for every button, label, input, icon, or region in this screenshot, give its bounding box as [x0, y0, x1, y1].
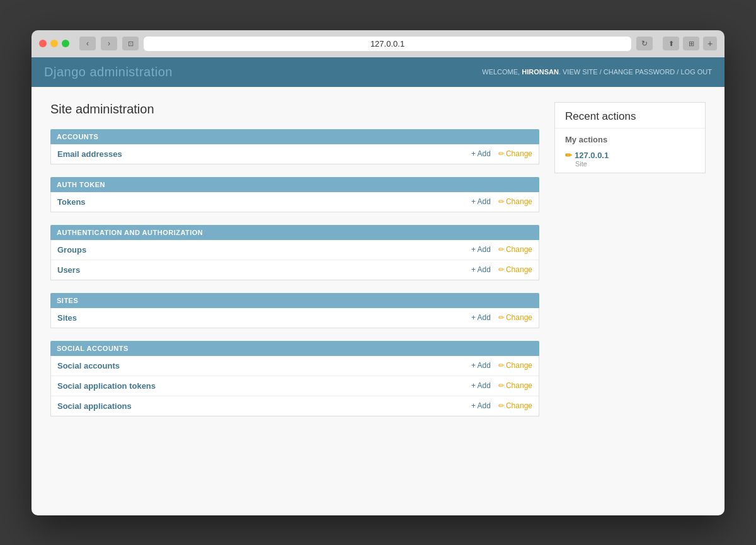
- pencil-icon: ✏: [498, 149, 505, 158]
- add-link[interactable]: Add: [471, 381, 491, 390]
- pencil-action-icon: ✏: [565, 151, 572, 160]
- sidebar: Recent actions My actions ✏ 127.0.0.1Sit…: [554, 102, 706, 500]
- recent-action-type: Site: [575, 160, 695, 168]
- change-link[interactable]: ✏Change: [498, 265, 532, 274]
- view-site-link[interactable]: VIEW SITE: [563, 68, 598, 76]
- pencil-icon: ✏: [498, 265, 505, 274]
- sections-container: ACCOUNTSEmail addressesAdd✏ChangeAUTH TO…: [50, 129, 539, 416]
- username: HIRONSAN: [522, 68, 559, 76]
- table-row: SitesAdd✏Change: [51, 308, 539, 328]
- change-link[interactable]: ✏Change: [498, 313, 532, 322]
- table-row: GroupsAdd✏Change: [51, 240, 539, 260]
- section-social-accounts: SOCIAL ACCOUNTSSocial accountsAdd✏Change…: [50, 341, 539, 416]
- row-actions: Add✏Change: [471, 401, 532, 410]
- django-content: Site administration ACCOUNTSEmail addres…: [32, 87, 724, 515]
- pencil-icon: ✏: [498, 381, 505, 390]
- change-password-link[interactable]: CHANGE PASSWORD: [604, 68, 675, 76]
- welcome-text: WELCOME,: [482, 68, 520, 76]
- tab-view-button[interactable]: ⊡: [122, 37, 139, 50]
- row-label: Social application tokens: [57, 381, 471, 391]
- browser-toolbar: ‹ › ⊡ ↻ ⬆ ⊞ +: [32, 30, 724, 57]
- table-row: Email addressesAdd✏Change: [51, 144, 539, 164]
- change-link[interactable]: ✏Change: [498, 381, 532, 390]
- change-link[interactable]: ✏Change: [498, 197, 532, 206]
- table-row: Social accountsAdd✏Change: [51, 356, 539, 376]
- row-label: Email addresses: [57, 149, 471, 159]
- new-tab-button[interactable]: +: [703, 37, 717, 50]
- section-header-authentication-authorization: AUTHENTICATION AND AUTHORIZATION: [50, 225, 539, 240]
- row-label: Social accounts: [57, 361, 471, 370]
- section-header-sites: SITES: [50, 293, 539, 308]
- pencil-icon: ✏: [498, 361, 505, 370]
- close-dot[interactable]: [39, 40, 47, 47]
- main-panel: Site administration ACCOUNTSEmail addres…: [50, 102, 539, 500]
- table-row: Social application tokensAdd✏Change: [51, 376, 539, 396]
- add-link[interactable]: Add: [471, 197, 491, 206]
- section-header-social-accounts: SOCIAL ACCOUNTS: [50, 341, 539, 356]
- row-label: Tokens: [57, 197, 471, 207]
- refresh-button[interactable]: ↻: [636, 37, 653, 50]
- section-table-accounts: Email addressesAdd✏Change: [50, 144, 539, 164]
- section-table-authentication-authorization: GroupsAdd✏ChangeUsersAdd✏Change: [50, 240, 539, 280]
- add-link[interactable]: Add: [471, 149, 491, 158]
- row-actions: Add✏Change: [471, 381, 532, 390]
- section-sites: SITESSitesAdd✏Change: [50, 293, 539, 328]
- recent-actions-title: Recent actions: [555, 103, 705, 129]
- page-title: Site administration: [50, 102, 539, 117]
- browser-window: ‹ › ⊡ ↻ ⬆ ⊞ + Django administration WELC…: [32, 30, 724, 515]
- section-table-sites: SitesAdd✏Change: [50, 308, 539, 328]
- row-label: Users: [57, 265, 471, 275]
- django-title: Django administration: [44, 65, 173, 79]
- row-actions: Add✏Change: [471, 197, 532, 206]
- row-label: Sites: [57, 313, 471, 323]
- add-link[interactable]: Add: [471, 361, 491, 370]
- my-actions-label: My actions: [555, 129, 705, 148]
- pencil-icon: ✏: [498, 197, 505, 206]
- django-app: Django administration WELCOME, HIRONSAN.…: [32, 57, 724, 515]
- recent-actions-list: ✏ 127.0.0.1Site: [555, 148, 705, 173]
- row-actions: Add✏Change: [471, 361, 532, 370]
- share-button[interactable]: ⬆: [663, 37, 679, 50]
- section-header-accounts: ACCOUNTS: [50, 129, 539, 144]
- row-label: Groups: [57, 245, 471, 255]
- browser-actions: ⬆ ⊞ +: [663, 37, 717, 50]
- fullscreen-button[interactable]: ⊞: [683, 37, 699, 50]
- browser-dots: [39, 40, 69, 47]
- section-accounts: ACCOUNTSEmail addressesAdd✏Change: [50, 129, 539, 164]
- row-actions: Add✏Change: [471, 245, 532, 254]
- change-link[interactable]: ✏Change: [498, 149, 532, 158]
- change-link[interactable]: ✏Change: [498, 245, 532, 254]
- recent-actions-box: Recent actions My actions ✏ 127.0.0.1Sit…: [554, 102, 706, 173]
- row-actions: Add✏Change: [471, 313, 532, 322]
- change-link[interactable]: ✏Change: [498, 361, 532, 370]
- recent-action-link[interactable]: ✏ 127.0.0.1: [565, 151, 695, 160]
- row-actions: Add✏Change: [471, 149, 532, 158]
- recent-action-item: ✏ 127.0.0.1Site: [555, 148, 705, 173]
- minimize-dot[interactable]: [50, 40, 58, 47]
- change-link[interactable]: ✏Change: [498, 401, 532, 410]
- row-actions: Add✏Change: [471, 265, 532, 274]
- user-nav: WELCOME, HIRONSAN. VIEW SITE / CHANGE PA…: [482, 68, 712, 76]
- pencil-icon: ✏: [498, 313, 505, 322]
- django-header: Django administration WELCOME, HIRONSAN.…: [32, 57, 724, 87]
- back-button[interactable]: ‹: [79, 37, 96, 50]
- logout-link[interactable]: LOG OUT: [680, 68, 712, 76]
- section-authentication-authorization: AUTHENTICATION AND AUTHORIZATIONGroupsAd…: [50, 225, 539, 280]
- section-header-auth-token: AUTH TOKEN: [50, 177, 539, 192]
- forward-button[interactable]: ›: [101, 37, 117, 50]
- maximize-dot[interactable]: [62, 40, 69, 47]
- add-link[interactable]: Add: [471, 245, 491, 254]
- add-link[interactable]: Add: [471, 265, 491, 274]
- row-label: Social applications: [57, 401, 471, 411]
- table-row: TokensAdd✏Change: [51, 192, 539, 212]
- pencil-icon: ✏: [498, 245, 505, 254]
- section-table-auth-token: TokensAdd✏Change: [50, 192, 539, 212]
- add-link[interactable]: Add: [471, 313, 491, 322]
- pencil-icon: ✏: [498, 401, 505, 410]
- table-row: UsersAdd✏Change: [51, 260, 539, 280]
- section-auth-token: AUTH TOKENTokensAdd✏Change: [50, 177, 539, 212]
- table-row: Social applicationsAdd✏Change: [51, 396, 539, 416]
- address-bar[interactable]: [144, 37, 631, 51]
- add-link[interactable]: Add: [471, 401, 491, 410]
- section-table-social-accounts: Social accountsAdd✏ChangeSocial applicat…: [50, 356, 539, 416]
